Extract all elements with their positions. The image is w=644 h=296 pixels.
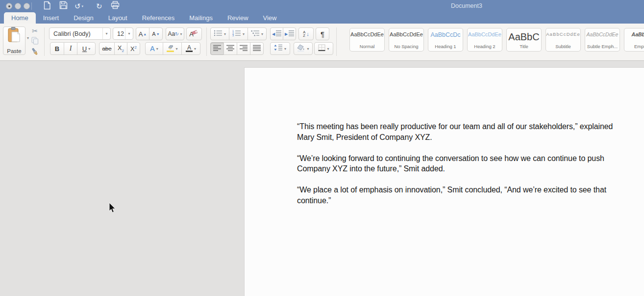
style-title[interactable]: AaBbC Title <box>506 28 542 52</box>
increase-indent-arrow-icon: ▶ <box>285 32 288 36</box>
paste-button[interactable]: Paste ▾ <box>3 27 25 55</box>
superscript-num: 2 <box>134 45 136 50</box>
style-label: Subtitle <box>555 44 571 49</box>
style-no-spacing[interactable]: AaBbCcDdEe No Spacing <box>389 28 424 52</box>
justify-button[interactable] <box>250 42 264 55</box>
save-button[interactable] <box>59 1 68 11</box>
tab-review[interactable]: Review <box>220 12 256 24</box>
text-line[interactable]: Mary Smit, President of Company XYZ. <box>297 132 640 143</box>
numbering-caret: ▾ <box>243 32 245 36</box>
numbering-button[interactable]: 123 ▾ <box>229 27 248 40</box>
tab-home[interactable]: Home <box>4 12 36 24</box>
increase-indent-button[interactable]: ▶ <box>283 27 296 40</box>
paragraph: “We’re looking forward to continuing the… <box>297 153 640 174</box>
multilevel-list-button[interactable]: ▾ <box>248 27 267 40</box>
tab-insert[interactable]: Insert <box>36 12 67 24</box>
ribbon: Paste ▾ ✂ Calibri (Body) ▾ 12 ▾ A▲ A▼ <box>0 24 644 61</box>
style-label: No Spacing <box>394 44 418 49</box>
align-center-button[interactable] <box>223 42 237 55</box>
text-line[interactable]: “This meeting has been really productive… <box>297 121 640 132</box>
subscript-num: 2 <box>122 49 124 53</box>
align-left-button[interactable] <box>210 42 224 55</box>
strikethrough-button[interactable]: abe <box>99 42 115 55</box>
undo-dropdown-caret[interactable]: ▾ <box>82 4 84 8</box>
style-sample: AaBbCcDdEe <box>587 31 619 37</box>
redo-icon: ↻ <box>96 2 102 10</box>
text-effects-button[interactable]: A ▾ <box>145 42 163 55</box>
font-size-value: 12 <box>113 30 125 37</box>
style-sample: AaBbCcDdEe <box>390 31 423 37</box>
grow-font-button[interactable]: A▲ <box>136 27 149 40</box>
text-line[interactable]: “We place a lot of emphasis on innovatio… <box>297 185 640 195</box>
window-close-button[interactable] <box>6 3 12 9</box>
script-cluster: abe X2 X2 <box>99 42 140 55</box>
highlight-button[interactable]: ▾ <box>163 42 182 55</box>
text-line[interactable]: “We’re looking forward to continuing the… <box>297 153 640 164</box>
align-right-icon <box>240 44 248 53</box>
shrink-font-button[interactable]: A▼ <box>149 27 163 40</box>
tab-layout[interactable]: Layout <box>101 12 135 24</box>
document-page[interactable]: “This meeting has been really productive… <box>244 67 644 296</box>
shading-button[interactable]: ▾ <box>294 42 313 55</box>
style-heading-1[interactable]: AaBbCcDc Heading 1 <box>428 28 463 52</box>
change-case-button[interactable]: Aa ↻ ▾ <box>166 27 184 40</box>
window-zoom-button[interactable] <box>24 3 30 9</box>
font-size-combobox[interactable]: 12 ▾ <box>113 27 133 40</box>
bold-glyph: B <box>55 45 59 53</box>
style-label: Normal <box>360 44 375 49</box>
superscript-button[interactable]: X2 <box>127 42 140 55</box>
window-title: Document3 <box>451 2 482 9</box>
font-name-caret: ▾ <box>105 31 107 36</box>
window-minimize-button[interactable] <box>15 3 21 9</box>
grow-font-glyph: A <box>139 30 143 38</box>
print-button[interactable] <box>111 1 120 11</box>
underline-button[interactable]: U ▾ <box>77 42 96 55</box>
shrink-font-arrow-icon: ▼ <box>156 32 160 36</box>
document-canvas: “This meeting has been really productive… <box>0 61 644 296</box>
line-spacing-button[interactable]: ▾ <box>270 42 290 55</box>
strikethrough-glyph: abe <box>102 46 111 52</box>
tab-references[interactable]: References <box>135 12 182 24</box>
style-subtitle[interactable]: AaBbCcDdEe Subtitle <box>545 28 581 52</box>
style-sample: AaBbCc <box>632 31 644 37</box>
decrease-indent-button[interactable]: ◀ <box>270 27 283 40</box>
font-name-combobox[interactable]: Calibri (Body) ▾ <box>49 27 111 40</box>
line-spacing-icon <box>274 44 283 53</box>
text-line[interactable]: continue.” <box>297 195 640 206</box>
tab-mailings[interactable]: Mailings <box>182 12 220 24</box>
bold-button[interactable]: B <box>50 42 64 55</box>
subscript-button[interactable]: X2 <box>114 42 127 55</box>
style-normal[interactable]: AaBbCcDdEe Normal <box>349 28 385 52</box>
justify-icon <box>253 44 261 53</box>
font-size-caret: ▾ <box>128 31 130 36</box>
show-paragraph-marks-button[interactable]: ¶ <box>316 27 329 40</box>
italic-button[interactable]: I <box>64 42 77 55</box>
font-color-caret: ▾ <box>194 47 196 51</box>
paste-label: Paste <box>7 48 21 54</box>
font-color-button[interactable]: A ▾ <box>181 42 200 55</box>
format-painter-button[interactable] <box>31 48 39 56</box>
style-subtle-emphasis[interactable]: AaBbCcDdEe Subtle Emph... <box>585 28 620 52</box>
style-sample: AaBbC <box>508 31 539 43</box>
text-line[interactable]: Company XYZ into the future,” Smit added… <box>297 163 640 174</box>
cut-button[interactable]: ✂ <box>32 27 38 35</box>
highlighter-icon <box>167 45 174 53</box>
style-emphasis[interactable]: AaBbCc Empha <box>624 28 644 52</box>
tab-view[interactable]: View <box>256 12 284 24</box>
undo-icon: ↺ <box>74 2 81 10</box>
copy-button[interactable] <box>31 37 39 46</box>
clear-formatting-button[interactable]: A <box>186 27 202 40</box>
print-icon <box>111 1 120 11</box>
borders-button[interactable]: ▾ <box>314 42 333 55</box>
align-right-button[interactable] <box>237 42 250 55</box>
style-heading-2[interactable]: AaBbCcDdEe Heading 2 <box>467 28 502 52</box>
bullets-button[interactable]: ▾ <box>210 27 229 40</box>
new-document-button[interactable] <box>43 1 51 11</box>
paste-dropdown-caret[interactable]: ▾ <box>27 36 29 40</box>
line-spacing-caret: ▾ <box>284 47 286 51</box>
redo-button[interactable]: ↻ <box>96 1 102 11</box>
text-effects-caret: ▾ <box>156 47 158 51</box>
tab-design[interactable]: Design <box>66 12 100 24</box>
undo-button[interactable]: ↺ ▾ <box>74 1 83 11</box>
sort-button[interactable]: AZ ↓ <box>298 27 314 40</box>
